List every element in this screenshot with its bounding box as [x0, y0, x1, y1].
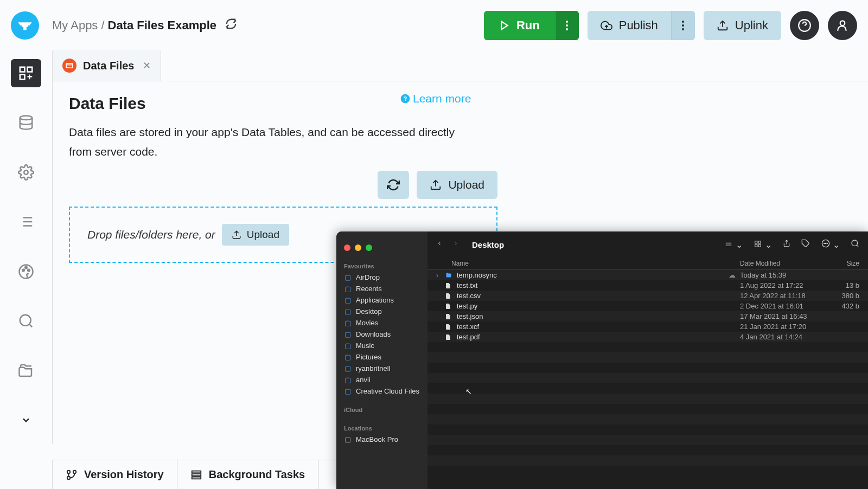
sidebar-item[interactable]: ▢anvil — [336, 374, 427, 385]
sidebar-item-label: ryanbritnell — [356, 364, 391, 372]
svg-point-44 — [825, 243, 826, 243]
breadcrumb-root[interactable]: My Apps — [52, 18, 98, 33]
run-menu-button[interactable] — [555, 11, 579, 40]
anvil-logo[interactable] — [11, 11, 39, 40]
upload-icon — [232, 230, 241, 240]
close-window-button[interactable] — [344, 244, 350, 251]
file-size: 432 b — [827, 302, 859, 310]
rail-theme[interactable] — [11, 258, 41, 286]
file-row[interactable]: ›temp.nosync☁Today at 15:39 — [427, 270, 868, 280]
sidebar-item[interactable]: ▢Movies — [336, 317, 427, 329]
file-row[interactable]: test.xcf21 Jan 2021 at 17:20 — [427, 321, 868, 332]
sidebar-item-label: MacBook Pro — [356, 435, 398, 443]
refresh-button[interactable] — [378, 171, 409, 199]
action-button[interactable]: ⌄ — [821, 239, 840, 250]
file-row[interactable]: test.pdf4 Jan 2021 at 14:24 — [427, 332, 868, 342]
sidebar-item[interactable]: ▢Pictures — [336, 351, 427, 363]
rail-list[interactable] — [11, 208, 41, 236]
sidebar-icon: ▢ — [344, 297, 352, 304]
file-date: 21 Jan 2021 at 17:20 — [740, 323, 827, 331]
upload-button[interactable]: Upload — [417, 171, 497, 199]
empty-row — [427, 373, 868, 383]
svg-point-13 — [24, 170, 28, 175]
sidebar-section-locations: Locations — [336, 423, 427, 434]
nav-forward-button[interactable] — [452, 240, 459, 249]
view-grid-button[interactable]: ⌄ — [754, 240, 771, 250]
file-row[interactable]: test.py2 Dec 2021 at 16:01432 b — [427, 301, 868, 311]
file-icon — [445, 323, 454, 331]
empty-row — [427, 455, 868, 466]
background-tasks-tab[interactable]: Background Tasks — [177, 460, 318, 489]
share-icon — [783, 239, 790, 248]
rail-expand[interactable] — [11, 407, 41, 435]
empty-row — [427, 414, 868, 424]
uplink-button[interactable]: Uplink — [704, 11, 781, 40]
sidebar-item[interactable]: ▢Desktop — [336, 306, 427, 317]
rail-search[interactable] — [11, 307, 41, 336]
finder-window: Favourites ▢AirDrop▢Recents▢Applications… — [336, 231, 868, 489]
rail-app-browser[interactable] — [11, 59, 41, 87]
publish-menu-button[interactable] — [671, 11, 695, 40]
play-icon — [499, 20, 510, 31]
row-expand: › — [436, 271, 445, 279]
minimize-window-button[interactable] — [355, 244, 361, 251]
finder-sidebar: Favourites ▢AirDrop▢Recents▢Applications… — [336, 231, 427, 489]
sidebar-icon: ▢ — [344, 436, 352, 443]
breadcrumb-current: Data Files Example — [108, 18, 217, 33]
run-button-group: Run — [484, 11, 579, 40]
sidebar-item[interactable]: ▢Applications — [336, 294, 427, 306]
sidebar-item[interactable]: ▢Music — [336, 340, 427, 351]
svg-point-2 — [566, 24, 568, 27]
help-button[interactable] — [790, 11, 819, 40]
maximize-window-button[interactable] — [366, 244, 372, 251]
sidebar-item[interactable]: ▢ryanbritnell — [336, 363, 427, 374]
col-size[interactable]: Size — [827, 260, 859, 267]
svg-point-30 — [67, 470, 71, 473]
rail-files[interactable] — [11, 357, 41, 385]
svg-point-5 — [682, 24, 684, 27]
rail-settings[interactable] — [11, 158, 41, 186]
search-icon — [18, 313, 34, 329]
learn-more-link[interactable]: ? Learn more — [400, 92, 471, 105]
sidebar-item[interactable]: ▢Recents — [336, 283, 427, 294]
file-row[interactable]: test.json17 Mar 2021 at 16:43 — [427, 311, 868, 321]
file-date: 2 Dec 2021 at 16:01 — [740, 302, 827, 310]
finder-title: Desktop — [472, 240, 504, 249]
search-icon — [851, 239, 859, 248]
tags-button[interactable] — [801, 239, 810, 250]
search-button[interactable] — [851, 239, 859, 250]
tab-data-files[interactable]: Data Files ✕ — [53, 50, 161, 81]
nav-back-button[interactable] — [436, 240, 443, 249]
svg-point-46 — [852, 240, 858, 246]
window-controls — [336, 236, 427, 261]
file-name: test.pdf — [457, 333, 740, 341]
svg-point-4 — [682, 21, 684, 23]
publish-button[interactable]: Publish — [588, 18, 671, 33]
svg-point-1 — [566, 21, 568, 23]
tab-close-button[interactable]: ✕ — [143, 60, 151, 72]
col-date[interactable]: Date Modified — [740, 260, 827, 267]
sidebar-item[interactable]: ▢Creative Cloud Files — [336, 385, 427, 397]
share-button[interactable] — [783, 239, 790, 250]
svg-rect-26 — [66, 63, 73, 68]
sidebar-item[interactable]: ▢AirDrop — [336, 272, 427, 283]
upload-icon — [430, 179, 442, 191]
file-row[interactable]: test.txt1 Aug 2022 at 17:2213 b — [427, 280, 868, 291]
sidebar-icon: ▢ — [344, 274, 352, 281]
file-row[interactable]: test.csv12 Apr 2022 at 11:18380 b — [427, 291, 868, 301]
help-icon — [797, 18, 812, 33]
publish-button-group: Publish — [588, 11, 695, 40]
dropzone-upload-button[interactable]: Upload — [222, 224, 289, 246]
finder-column-header: Name Date Modified Size — [427, 258, 868, 270]
empty-row — [427, 383, 868, 394]
col-name[interactable]: Name — [436, 260, 740, 267]
sidebar-item[interactable]: ▢Downloads — [336, 329, 427, 340]
view-list-button[interactable]: ⌄ — [724, 240, 743, 250]
account-button[interactable] — [828, 11, 857, 40]
sync-icon[interactable] — [225, 18, 237, 33]
sidebar-item[interactable]: ▢MacBook Pro — [336, 434, 427, 445]
rail-data[interactable] — [11, 109, 41, 137]
version-history-tab[interactable]: Version History — [53, 460, 177, 489]
run-button[interactable]: Run — [484, 18, 555, 33]
app-header: My Apps / Data Files Example Run Publish — [0, 0, 868, 50]
